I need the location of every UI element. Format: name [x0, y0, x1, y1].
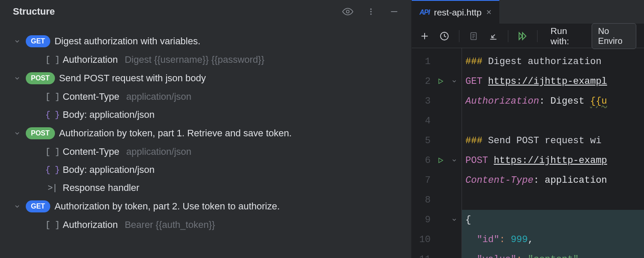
code-line[interactable]: Authorization: Digest {{u: [462, 91, 644, 111]
editor-tab[interactable]: API rest-api.http ✕: [412, 0, 499, 24]
line-number: 6: [416, 155, 431, 166]
tree-child-item[interactable]: { } Body: application/json: [0, 106, 411, 124]
code-line[interactable]: [462, 190, 644, 210]
braces-icon: { }: [46, 110, 58, 120]
token-num: 999: [511, 234, 528, 245]
code-line[interactable]: POST https://ijhttp-examp: [462, 150, 644, 170]
token-url: https://ijhttp-examp: [494, 155, 607, 166]
token-var: {{u: [590, 96, 607, 107]
token-colon: :: [499, 234, 510, 245]
tree-child-item[interactable]: [ ] Authorization Bearer {{auth_token}}: [0, 216, 411, 234]
token-comment: Send POST request wi: [488, 135, 601, 146]
gutter-row: 6: [412, 150, 462, 170]
gutter-row: 4: [412, 111, 462, 131]
token-comment-hash: ###: [465, 56, 488, 67]
token-header-name: Authorization: [465, 96, 539, 107]
code-area[interactable]: 1234567891011 ### Digest authorization G…: [412, 48, 644, 258]
token-key: "value": [477, 254, 516, 258]
method-badge-get: GET: [26, 200, 50, 212]
code-lines[interactable]: ### Digest authorization GET https://ijh…: [462, 48, 644, 258]
tree-child-label: Authorization: [63, 54, 118, 65]
fold-gutter-icon[interactable]: [450, 78, 458, 84]
gutter-row: 1: [412, 52, 462, 71]
run-with-label: Run with:: [550, 26, 582, 46]
tree-child-label: Authorization: [63, 219, 118, 230]
gutter-row: 3: [412, 91, 462, 111]
chevron-down-icon[interactable]: [13, 202, 21, 211]
tab-filename: rest-api.http: [434, 7, 482, 18]
run-gutter-icon[interactable]: [437, 78, 444, 85]
gutter-row: 8: [412, 190, 462, 210]
tree-item[interactable]: POST Authorization by token, part 1. Ret…: [0, 124, 411, 143]
braces-icon: { }: [46, 165, 58, 175]
run-gutter-icon[interactable]: [437, 157, 444, 164]
gutter-row: 10: [412, 230, 462, 249]
brackets-icon: [ ]: [46, 147, 58, 157]
svg-point-1: [370, 9, 371, 10]
chevron-down-icon[interactable]: [13, 129, 21, 138]
tree-item[interactable]: GET Authorization by token, part 2. Use …: [0, 197, 411, 216]
separator: [459, 30, 459, 42]
tree-child-item[interactable]: [ ] Content-Type application/json: [0, 88, 411, 106]
examples-icon[interactable]: [468, 30, 479, 42]
separator: [537, 30, 538, 42]
token-str: "content": [528, 254, 579, 258]
tree-item[interactable]: POST Send POST request with json body: [0, 69, 411, 88]
token-plain: [465, 234, 477, 245]
code-line[interactable]: "value": "content": [462, 249, 644, 258]
method-badge-get: GET: [26, 35, 50, 47]
token-brace: {: [465, 215, 471, 225]
code-line[interactable]: {: [462, 210, 644, 230]
line-number: 10: [416, 234, 431, 245]
tree-item-label: Authorization by token, part 2. Use toke…: [55, 201, 280, 212]
method-badge-post: POST: [26, 127, 55, 139]
token-header-val: : Digest: [539, 96, 590, 107]
close-icon[interactable]: ✕: [486, 8, 492, 16]
svg-point-0: [346, 10, 349, 13]
line-number: 3: [416, 96, 431, 107]
code-line[interactable]: ### Digest authorization: [462, 52, 644, 71]
structure-title: Structure: [13, 6, 342, 17]
structure-header-icons: [342, 6, 404, 18]
editor-panel: API rest-api.http ✕ Run with: No Enviro …: [411, 0, 644, 258]
import-icon[interactable]: [488, 30, 498, 42]
tree-child-label: Body: application/json: [63, 164, 155, 175]
chevron-down-icon[interactable]: [13, 74, 21, 83]
tree-child-sublabel: Digest {{username}} {{password}}: [125, 54, 264, 65]
tree-child-item[interactable]: [ ] Authorization Digest {{username}} {{…: [0, 51, 411, 69]
history-icon[interactable]: [439, 30, 450, 42]
code-line[interactable]: ### Send POST request wi: [462, 131, 644, 150]
tree-child-item[interactable]: >| Response handler: [0, 179, 411, 197]
code-line[interactable]: "id": 999,: [462, 230, 644, 249]
gutter-row: 7: [412, 170, 462, 190]
tree-item[interactable]: GET Digest authorization with variables.: [0, 32, 411, 51]
tree-item-label: Send POST request with json body: [59, 73, 206, 84]
fold-gutter-icon[interactable]: [450, 217, 458, 223]
tree-child-label: Content-Type: [63, 146, 119, 157]
token-key: "id": [477, 234, 499, 245]
tree-child-item[interactable]: [ ] Content-Type application/json: [0, 143, 411, 161]
token-plain: [465, 254, 477, 258]
more-icon[interactable]: [365, 6, 377, 18]
svg-point-2: [370, 11, 371, 12]
code-line[interactable]: Content-Type: application: [462, 170, 644, 190]
token-plain: ,: [528, 234, 533, 245]
tree-child-item[interactable]: { } Body: application/json: [0, 161, 411, 179]
gutter-row: 5: [412, 131, 462, 150]
environment-select[interactable]: No Enviro: [592, 23, 636, 49]
response-handler-icon: >|: [46, 183, 58, 193]
chevron-down-icon[interactable]: [13, 37, 21, 46]
code-line[interactable]: [462, 111, 644, 131]
add-request-icon[interactable]: [419, 30, 430, 42]
editor-toolbar: Run with: No Enviro: [412, 24, 644, 48]
code-line[interactable]: GET https://ijhttp-exampl: [462, 71, 644, 91]
visibility-icon[interactable]: [342, 6, 354, 18]
token-comment: Digest authorization: [488, 56, 607, 67]
fold-gutter-icon[interactable]: [450, 157, 458, 163]
line-number: 8: [416, 195, 431, 206]
minimize-icon[interactable]: [388, 6, 400, 18]
svg-marker-14: [439, 79, 443, 84]
run-all-icon[interactable]: [517, 30, 528, 42]
tree-item-label: Digest authorization with variables.: [55, 36, 200, 47]
structure-panel: Structure GET Digest authorization with …: [0, 0, 411, 258]
